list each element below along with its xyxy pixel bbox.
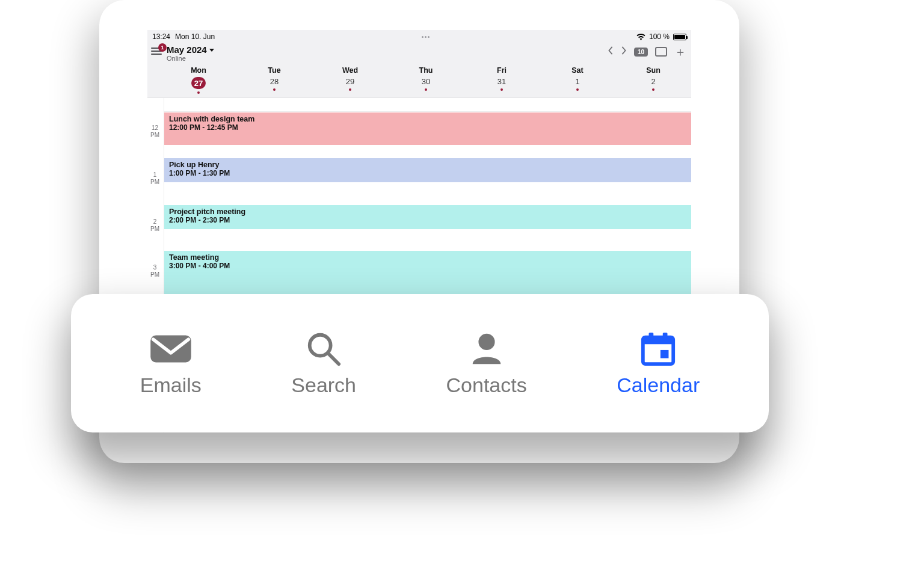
svg-rect-6 <box>649 332 654 339</box>
nav-contacts[interactable]: Contacts <box>446 330 527 397</box>
calendar-event[interactable]: Project pitch meeting2:00 PM - 2:30 PM <box>164 205 691 229</box>
event-dot-icon <box>197 91 200 94</box>
nav-label: Calendar <box>617 374 700 397</box>
day-name: Sun <box>646 66 661 75</box>
nav-emails[interactable]: Emails <box>140 330 202 397</box>
day-number: 27 <box>191 77 206 89</box>
event-title: Project pitch meeting <box>169 208 686 216</box>
svg-line-2 <box>328 353 339 363</box>
day-number: 2 <box>651 77 655 86</box>
event-title: Team meeting <box>169 253 686 262</box>
day-name: Thu <box>419 66 433 75</box>
day-number: 31 <box>497 77 506 86</box>
svg-rect-7 <box>663 332 668 339</box>
battery-icon <box>673 34 686 40</box>
svg-rect-8 <box>661 349 669 358</box>
event-dot-icon <box>500 88 503 91</box>
person-icon <box>463 330 510 368</box>
hour-num: 12 <box>152 125 158 131</box>
event-time: 12:00 PM - 12:45 PM <box>169 123 686 132</box>
day-number: 1 <box>575 77 579 86</box>
day-column-thu[interactable]: Thu 30 <box>388 64 464 97</box>
day-number: 29 <box>346 77 354 86</box>
menu-badge: 1 <box>158 43 167 52</box>
wifi-icon <box>636 34 645 40</box>
month-picker[interactable]: May 2024 <box>167 45 214 55</box>
day-column-mon[interactable]: Mon 27 <box>161 64 236 97</box>
day-name: Sat <box>571 66 583 75</box>
battery-percent: 100 % <box>649 32 670 41</box>
month-title: May 2024 <box>167 45 207 55</box>
nav-search[interactable]: Search <box>291 330 356 397</box>
svg-rect-0 <box>150 335 191 362</box>
search-icon <box>300 330 347 368</box>
drag-indicator-icon <box>422 36 430 38</box>
calendar-event[interactable]: Lunch with design team12:00 PM - 12:45 P… <box>164 112 691 145</box>
chevron-down-icon <box>209 49 214 52</box>
nav-label: Search <box>291 374 356 397</box>
nav-label: Contacts <box>446 374 527 397</box>
next-week-button[interactable] <box>621 46 627 57</box>
status-date: Mon 10. Jun <box>175 32 215 41</box>
view-mode-button[interactable] <box>655 47 667 57</box>
hour-num: 3 <box>153 264 157 271</box>
hour-ampm: PM <box>150 271 159 278</box>
event-title: Lunch with design team <box>169 115 686 123</box>
day-column-sat[interactable]: Sat 1 <box>540 64 615 97</box>
svg-rect-5 <box>643 337 673 344</box>
calendar-event[interactable]: Team meeting3:00 PM - 4:00 PM <box>164 251 691 297</box>
nav-calendar[interactable]: Calendar <box>617 330 700 397</box>
event-dot-icon <box>576 88 579 91</box>
status-bar: 13:24 Mon 10. Jun 100 % <box>147 30 691 43</box>
event-dot-icon <box>273 88 276 91</box>
hour-num: 1 <box>153 171 157 178</box>
day-column-sun[interactable]: Sun 2 <box>615 64 691 97</box>
event-time: 1:00 PM - 1:30 PM <box>169 169 686 177</box>
mail-icon <box>147 330 194 368</box>
hour-ampm: PM <box>150 179 159 185</box>
status-time: 13:24 <box>152 32 170 41</box>
event-title: Pick up Henry <box>169 161 686 169</box>
event-time: 3:00 PM - 4:00 PM <box>169 262 686 270</box>
calendar-header: 1 May 2024 Online <box>147 43 691 64</box>
bottom-nav: Emails Search Contacts Calendar <box>71 294 769 432</box>
today-button[interactable]: 10 <box>634 48 648 57</box>
day-name: Mon <box>191 66 206 75</box>
svg-point-3 <box>478 333 494 349</box>
hour-ampm: PM <box>150 132 159 138</box>
day-column-fri[interactable]: Fri 31 <box>464 64 540 97</box>
hour-ampm: PM <box>150 226 159 232</box>
day-name: Wed <box>342 66 358 75</box>
nav-label: Emails <box>140 374 202 397</box>
menu-icon[interactable]: 1 <box>151 46 163 57</box>
event-dot-icon <box>349 88 351 91</box>
hour-num: 2 <box>153 218 157 225</box>
weekday-header: Mon 27 Tue 28 Wed 29 Thu 30 <box>147 64 691 98</box>
connection-status: Online <box>167 55 214 62</box>
calendar-icon <box>635 330 682 368</box>
day-name: Tue <box>268 66 280 75</box>
day-number: 30 <box>422 77 430 86</box>
day-column-wed[interactable]: Wed 29 <box>312 64 388 97</box>
day-number: 28 <box>270 77 279 86</box>
day-column-tue[interactable]: Tue 28 <box>236 64 312 97</box>
event-dot-icon <box>652 88 654 91</box>
event-time: 2:00 PM - 2:30 PM <box>169 216 686 224</box>
event-dot-icon <box>425 88 427 91</box>
add-event-button[interactable]: ＋ <box>674 46 686 58</box>
calendar-event[interactable]: Pick up Henry1:00 PM - 1:30 PM <box>164 158 691 182</box>
day-name: Fri <box>497 66 507 75</box>
prev-week-button[interactable] <box>608 46 614 57</box>
